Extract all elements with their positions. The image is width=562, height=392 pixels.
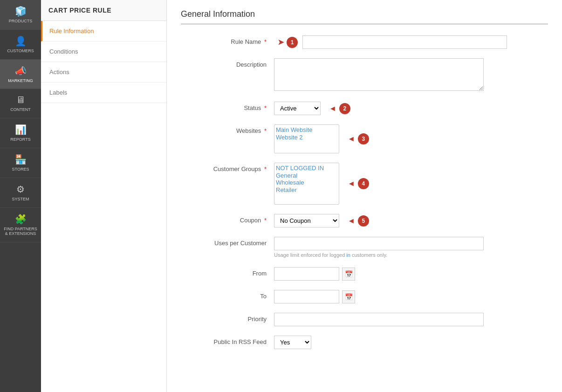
step-3-badge: 3 <box>358 133 369 144</box>
sidebar-item-reports[interactable]: 📊 REPORTS <box>0 118 41 148</box>
status-required: * <box>264 104 267 111</box>
from-calendar-button[interactable]: 📅 <box>342 268 355 281</box>
websites-label: Websites * <box>181 124 274 134</box>
to-date-wrap: 📅 <box>274 290 507 303</box>
customer-groups-required: * <box>264 165 267 172</box>
sidebar-item-stores[interactable]: 🏪 STORES <box>0 148 41 178</box>
coupon-label: Coupon * <box>181 214 274 224</box>
websites-required: * <box>264 127 267 134</box>
coupon-field-wrap: No Coupon Specific Coupon Auto Generated… <box>274 214 507 227</box>
system-icon: ⚙ <box>16 184 25 195</box>
nav-item-conditions[interactable]: Conditions <box>41 41 166 62</box>
group-general: General <box>276 172 337 179</box>
step-1-indicator: ➤ 1 <box>278 37 298 48</box>
public-in-rss-field-wrap: Yes No <box>274 336 507 349</box>
step-4-badge: 4 <box>358 178 369 189</box>
uses-per-customer-label: Uses per Customer <box>181 237 274 247</box>
sidebar-item-stores-label: STORES <box>12 167 29 172</box>
to-label: To <box>181 290 274 300</box>
left-panel: CART PRICE RULE Rule Information Conditi… <box>41 0 167 392</box>
sidebar-item-content-label: CONTENT <box>10 107 31 112</box>
rule-name-label: Rule Name * <box>181 35 274 45</box>
coupon-select[interactable]: No Coupon Specific Coupon Auto Generated <box>274 214 339 227</box>
rule-name-required: * <box>264 38 267 45</box>
nav-item-rule-information[interactable]: Rule Information <box>41 21 166 41</box>
sidebar-item-marketing[interactable]: 📣 MARKETING <box>0 60 41 89</box>
nav-item-labels[interactable]: Labels <box>41 83 166 103</box>
section-title: General Information <box>181 9 548 24</box>
status-select[interactable]: Active Inactive <box>274 102 321 115</box>
main-area: CART PRICE RULE Rule Information Conditi… <box>41 0 562 392</box>
group-wholesale: Wholesale <box>276 179 337 186</box>
uses-per-customer-hint: Usage limit enforced for logged in custo… <box>274 252 507 258</box>
websites-row: Websites * Main Website Website 2 ◄ 3 <box>181 124 548 153</box>
customer-groups-label: Customer Groups * <box>181 163 274 172</box>
websites-listbox[interactable]: Main Website Website 2 <box>274 124 339 153</box>
status-field-wrap: Active Inactive ◄ 2 <box>274 102 507 115</box>
arrow-5: ◄ <box>348 217 355 225</box>
arrow-1: ➤ <box>278 38 284 47</box>
arrow-2: ◄ <box>329 104 336 113</box>
sidebar-item-partners-label: FIND PARTNERS & EXTENSIONS <box>2 227 39 237</box>
to-date-input[interactable] <box>274 290 339 303</box>
hint-highlight: in <box>346 252 350 258</box>
marketing-icon: 📣 <box>15 65 27 76</box>
arrow-4: ◄ <box>348 179 355 188</box>
step-1-badge: 1 <box>287 37 298 48</box>
step-5-badge: 5 <box>358 215 369 227</box>
coupon-row: Coupon * No Coupon Specific Coupon Auto … <box>181 214 548 227</box>
public-in-rss-row: Public In RSS Feed Yes No <box>181 336 548 349</box>
customer-groups-row: Customer Groups * NOT LOGGED IN General … <box>181 163 548 205</box>
sidebar-item-system[interactable]: ⚙ SYSTEM <box>0 178 41 208</box>
public-in-rss-select[interactable]: Yes No <box>274 336 311 349</box>
priority-input[interactable] <box>274 313 484 326</box>
uses-per-customer-input[interactable] <box>274 237 484 250</box>
nav-item-actions[interactable]: Actions <box>41 62 166 83</box>
products-icon: 🧊 <box>15 6 27 17</box>
priority-label: Priority <box>181 313 274 323</box>
partners-icon: 🧩 <box>15 213 27 225</box>
from-date-wrap: 📅 <box>274 267 507 281</box>
websites-option-main: Main Website <box>276 126 337 134</box>
step-2-badge: 2 <box>339 103 350 114</box>
to-field-wrap: 📅 <box>274 290 507 303</box>
sidebar-item-customers-label: CUSTOMERS <box>7 48 34 54</box>
from-date-input[interactable] <box>274 267 339 281</box>
sidebar-item-system-label: SYSTEM <box>12 197 29 202</box>
coupon-required: * <box>264 217 267 224</box>
sidebar-item-reports-label: REPORTS <box>10 137 30 142</box>
left-panel-title: CART PRICE RULE <box>41 0 166 21</box>
step-5-indicator: ◄ 5 <box>348 215 369 227</box>
stores-icon: 🏪 <box>15 154 27 165</box>
content-icon: 🖥 <box>16 95 25 105</box>
from-label: From <box>181 267 274 277</box>
to-row: To 📅 <box>181 290 548 303</box>
group-not-logged-in: NOT LOGGED IN <box>276 165 337 172</box>
description-textarea[interactable] <box>274 58 484 91</box>
sidebar-item-marketing-label: MARKETING <box>8 78 33 83</box>
rule-name-input[interactable] <box>302 35 507 49</box>
priority-row: Priority <box>181 313 548 326</box>
uses-per-customer-field-wrap: Usage limit enforced for logged in custo… <box>274 237 507 258</box>
step-3-indicator: ◄ 3 <box>348 133 369 144</box>
sidebar-item-products[interactable]: 🧊 PRODUCTS <box>0 0 41 30</box>
public-in-rss-label: Public In RSS Feed <box>181 336 274 345</box>
sidebar-item-customers[interactable]: 👤 CUSTOMERS <box>0 30 41 60</box>
sidebar-item-partners[interactable]: 🧩 FIND PARTNERS & EXTENSIONS <box>0 208 41 243</box>
step-2-indicator: ◄ 2 <box>329 103 350 114</box>
uses-per-customer-row: Uses per Customer Usage limit enforced f… <box>181 237 548 258</box>
from-field-wrap: 📅 <box>274 267 507 281</box>
sidebar-item-content[interactable]: 🖥 CONTENT <box>0 89 41 118</box>
arrow-3: ◄ <box>348 135 355 143</box>
group-retailer: Retailer <box>276 186 337 194</box>
to-calendar-button[interactable]: 📅 <box>342 290 355 303</box>
from-row: From 📅 <box>181 267 548 281</box>
customer-groups-listbox[interactable]: NOT LOGGED IN General Wholesale Retailer <box>274 163 339 205</box>
customer-groups-field-wrap: NOT LOGGED IN General Wholesale Retailer… <box>274 163 507 205</box>
description-label: Description <box>181 58 274 68</box>
priority-field-wrap <box>274 313 507 326</box>
description-field-wrap <box>274 58 507 92</box>
websites-option-2: Website 2 <box>276 134 337 141</box>
step-4-indicator: ◄ 4 <box>348 178 369 189</box>
status-row: Status * Active Inactive ◄ 2 <box>181 102 548 115</box>
